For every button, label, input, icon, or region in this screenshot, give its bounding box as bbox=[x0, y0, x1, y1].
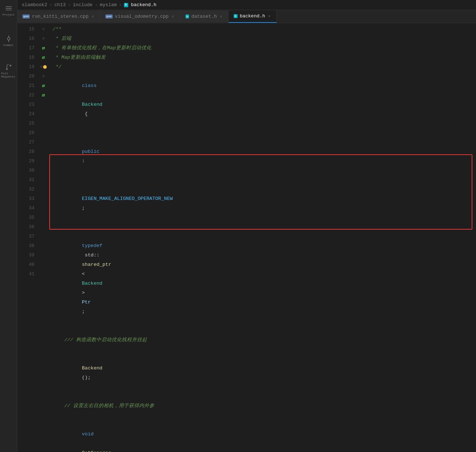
git-38: ⇄ bbox=[37, 81, 50, 91]
tab-bar: c++ run_kitti_stereo.cpp ✕ c++ visual_od… bbox=[17, 10, 476, 23]
code-line-29: void SetCameras ( Camera :: Ptr left , C… bbox=[50, 411, 476, 452]
code-line-20: class Backend { bbox=[50, 72, 476, 128]
git-20: ⇄ bbox=[37, 43, 50, 53]
code-text-24 bbox=[53, 326, 476, 335]
tab-close-backend-h[interactable]: ✕ bbox=[267, 13, 271, 19]
sidebar-label-project: Project bbox=[3, 13, 15, 16]
tab-label-backend-h: backend.h bbox=[240, 13, 265, 19]
sidebar-item-pull-requests[interactable]: Pull Requests bbox=[1, 64, 16, 78]
git-41: ⇄ bbox=[37, 91, 50, 100]
code-line-19: */ bbox=[50, 62, 476, 72]
code-lines: /** * 后端 * 有单独优化线程，在Map更新时启动优化 * Map更新由前… bbox=[50, 23, 476, 452]
tab-close-visual-odometry[interactable]: ✕ bbox=[171, 13, 175, 20]
breadcrumb-h-icon: h bbox=[124, 3, 128, 7]
sidebar-item-commit[interactable]: Commit bbox=[1, 33, 16, 48]
breadcrumb-myslam[interactable]: myslam bbox=[100, 2, 117, 8]
code-text-17: * 有单独优化线程，在Map更新时启动优化 bbox=[53, 43, 476, 53]
breadcrumb-ch13[interactable]: ch13 bbox=[54, 2, 66, 8]
code-line-28: // 设置左右目的相机，用于获得内外参 bbox=[50, 401, 476, 411]
code-text-16: * 后端 bbox=[53, 34, 476, 43]
tab-backend-h[interactable]: h backend.h ✕ bbox=[229, 10, 277, 23]
fold-32[interactable]: ▽ bbox=[37, 72, 50, 81]
breadcrumb: slambook2 › ch13 › include › myslam › h … bbox=[17, 0, 476, 10]
code-text-27 bbox=[53, 392, 476, 401]
svg-point-0 bbox=[7, 37, 10, 40]
sidebar-item-project[interactable]: Project bbox=[1, 3, 16, 17]
code-line-27 bbox=[50, 392, 476, 401]
code-line-24 bbox=[50, 326, 476, 335]
breadcrumb-sep3: › bbox=[95, 2, 98, 8]
gutter-29[interactable]: ▽ bbox=[37, 62, 50, 72]
sidebar-label-commit: Commit bbox=[3, 43, 14, 47]
sidebar-label-pull-requests: Pull Requests bbox=[1, 72, 16, 78]
code-line-18: * Map更新由前端触发 bbox=[50, 53, 476, 62]
breadcrumb-include[interactable]: include bbox=[73, 2, 93, 8]
tab-icon-cpp2: c++ bbox=[105, 14, 113, 18]
code-text-25: /// 构造函数中启动优化线程并挂起 bbox=[53, 335, 476, 345]
breadcrumb-backend-h[interactable]: backend.h bbox=[131, 2, 156, 8]
tab-icon-cpp1: c++ bbox=[22, 14, 30, 18]
code-text-20: class Backend { bbox=[53, 72, 476, 128]
main-area: slambook2 › ch13 › include › myslam › h … bbox=[17, 0, 476, 452]
fold-19[interactable]: ▽ bbox=[37, 34, 50, 43]
code-text-26: Backend (); bbox=[53, 345, 476, 392]
breadcrumb-slambook2[interactable]: slambook2 bbox=[22, 2, 47, 8]
code-text-23: typedef std:: shared_ptr < Backend > Ptr… bbox=[53, 222, 476, 326]
code-text-19: */ bbox=[53, 62, 476, 72]
code-line-16: * 后端 bbox=[50, 34, 476, 43]
fold-15[interactable]: ▽ bbox=[37, 25, 50, 34]
code-line-21: public : bbox=[50, 128, 476, 175]
code-line-15: /** bbox=[50, 25, 476, 34]
fold-29[interactable]: ▽ bbox=[40, 62, 43, 72]
code-line-22: EIGEN_MAKE_ALIGNED_OPERATOR_NEW ; bbox=[50, 175, 476, 222]
breadcrumb-sep4: › bbox=[119, 2, 122, 8]
code-line-17: * 有单独优化线程，在Map更新时启动优化 bbox=[50, 43, 476, 53]
code-text-28: // 设置左右目的相机，用于获得内外参 bbox=[53, 401, 476, 411]
tab-visual-odometry[interactable]: c++ visual_odometry.cpp ✕ bbox=[100, 11, 180, 22]
code-text-21: public : bbox=[53, 128, 476, 175]
breakpoint-29 bbox=[43, 65, 47, 69]
code-line-25: /// 构造函数中启动优化线程并挂起 bbox=[50, 335, 476, 345]
line-numbers: 15 16 17 18 19 20 21 22 23 24 25 26 27 2… bbox=[17, 23, 37, 452]
code-line-23: typedef std:: shared_ptr < Backend > Ptr… bbox=[50, 222, 476, 326]
tab-icon-h2: h bbox=[234, 14, 238, 18]
tab-label-run-kitti: run_kitti_stereo.cpp bbox=[32, 14, 88, 19]
git-26: ⇄ bbox=[37, 53, 50, 62]
tab-run-kitti[interactable]: c++ run_kitti_stereo.cpp ✕ bbox=[17, 11, 100, 22]
code-editor: 15 16 17 18 19 20 21 22 23 24 25 26 27 2… bbox=[17, 23, 476, 452]
tab-icon-h1: h bbox=[185, 14, 189, 18]
sidebar: Project Commit Pull Requests bbox=[0, 0, 17, 452]
gutter: ▽ ▽ ⇄ ⇄ bbox=[37, 23, 50, 452]
breadcrumb-sep2: › bbox=[68, 2, 71, 8]
code-line-26: Backend (); bbox=[50, 345, 476, 392]
tab-dataset-h[interactable]: h dataset.h ✕ bbox=[180, 11, 229, 22]
tab-close-run-kitti[interactable]: ✕ bbox=[91, 13, 95, 20]
code-text-18: * Map更新由前端触发 bbox=[53, 53, 476, 62]
tab-label-visual-odometry: visual_odometry.cpp bbox=[115, 14, 168, 19]
code-text-15: /** bbox=[53, 25, 476, 34]
code-text-29: void SetCameras ( Camera :: Ptr left , C… bbox=[53, 411, 476, 452]
breadcrumb-sep1: › bbox=[49, 2, 52, 8]
code-text-22: EIGEN_MAKE_ALIGNED_OPERATOR_NEW ; bbox=[53, 175, 476, 222]
tab-close-dataset-h[interactable]: ✕ bbox=[219, 13, 223, 20]
svg-point-3 bbox=[6, 68, 7, 70]
tab-label-dataset-h: dataset.h bbox=[191, 14, 217, 19]
